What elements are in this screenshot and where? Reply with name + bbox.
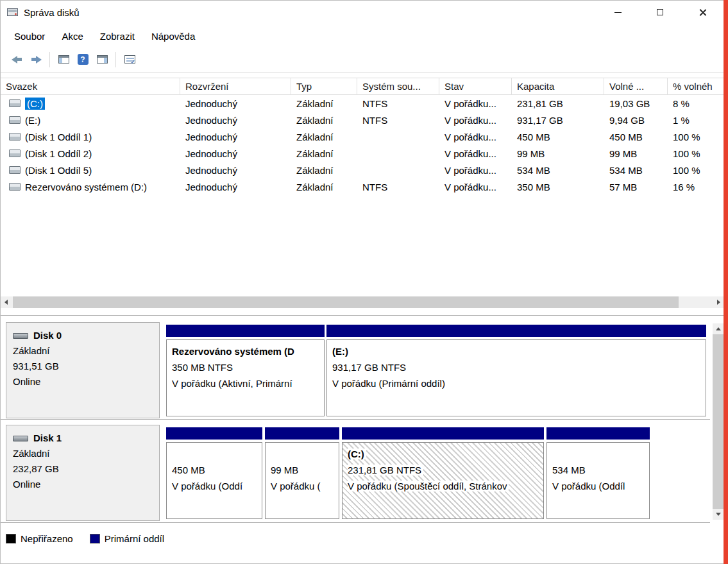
volume-cell: 534 MB bbox=[604, 165, 668, 176]
partition-status: V pořádku (Aktivní, Primární bbox=[172, 375, 324, 391]
minimize-button[interactable] bbox=[597, 1, 639, 24]
disk-status: Online bbox=[13, 477, 159, 492]
help-glyph bbox=[78, 54, 89, 65]
partition-rezervovano-systemem-d[interactable]: Rezervováno systémem (D350 MB NTFSV pořá… bbox=[166, 325, 325, 416]
scroll-down-arrow-icon[interactable] bbox=[713, 509, 724, 520]
volume-cell: Základní bbox=[291, 182, 357, 192]
partition-type-color-bar bbox=[166, 427, 262, 440]
volume-cell: 99 MB bbox=[512, 148, 604, 159]
scroll-right-arrow-icon[interactable] bbox=[713, 296, 724, 308]
window-title: Správa disků bbox=[24, 7, 80, 18]
volume-row-disk-1-oddil-2[interactable]: (Disk 1 Oddíl 2)JednoduchýZákladníV pořá… bbox=[1, 145, 724, 162]
volume-cell: 350 MB bbox=[512, 182, 604, 192]
column-header-kapacita[interactable]: Kapacita bbox=[512, 78, 604, 94]
column-header-rozvrzeni[interactable]: Rozvržení bbox=[180, 78, 291, 94]
show-console-tree-icon[interactable] bbox=[54, 51, 73, 68]
view-options-icon[interactable] bbox=[120, 51, 139, 68]
back-icon[interactable] bbox=[7, 51, 26, 68]
toolbar bbox=[1, 47, 724, 73]
partition-body: 99 MBV pořádku ( bbox=[265, 442, 339, 519]
partition-99-mb[interactable]: 99 MBV pořádku ( bbox=[265, 427, 339, 519]
vertical-scrollbar[interactable] bbox=[713, 323, 724, 520]
partition-status: V pořádku ( bbox=[271, 478, 339, 494]
volume-icon bbox=[9, 116, 21, 124]
partition-type-color-bar bbox=[265, 427, 339, 440]
disk-row-separator bbox=[1, 522, 710, 523]
partition-type-color-bar bbox=[166, 325, 325, 337]
scroll-up-arrow-icon[interactable] bbox=[713, 323, 724, 334]
vertical-scroll-thumb[interactable] bbox=[713, 334, 724, 509]
partition-450-mb[interactable]: 450 MBV pořádku (Oddí bbox=[166, 427, 262, 519]
horizontal-scroll-thumb[interactable] bbox=[13, 296, 679, 308]
back-arrow-glyph bbox=[12, 56, 22, 64]
scroll-left-arrow-icon[interactable] bbox=[1, 296, 12, 308]
volume-cell: 931,17 GB bbox=[512, 115, 604, 126]
disk-drive-icon bbox=[13, 436, 28, 441]
volume-cell: 57 MB bbox=[604, 182, 668, 192]
volume-name: (Disk 1 Oddíl 1) bbox=[25, 132, 92, 142]
disk-kind: Základní bbox=[13, 446, 159, 461]
column-header-volne[interactable]: Volné ... bbox=[604, 78, 668, 94]
partition-body: Rezervováno systémem (D350 MB NTFSV pořá… bbox=[166, 339, 325, 416]
forward-icon[interactable] bbox=[26, 51, 46, 68]
disk-info-disk-0[interactable]: Disk 0Základní931,51 GBOnline bbox=[6, 322, 160, 418]
partition-size-info: 534 MB bbox=[552, 462, 649, 478]
partition-size-info: 350 MB NTFS bbox=[172, 359, 324, 375]
volume-row-disk-1-oddil-1[interactable]: (Disk 1 Oddíl 1)JednoduchýZákladníV pořá… bbox=[1, 128, 724, 145]
legend-label: Nepřiřazeno bbox=[21, 533, 73, 544]
volume-name-cell: (Disk 1 Oddíl 2) bbox=[1, 148, 180, 159]
partition-size-info: 231,81 GB NTFS bbox=[348, 462, 543, 478]
toolbar-separator bbox=[115, 52, 116, 67]
column-header-volneh[interactable]: % volnéh bbox=[668, 78, 724, 94]
help-icon[interactable] bbox=[73, 51, 92, 68]
partition-534-mb[interactable]: 534 MBV pořádku (Oddíl bbox=[546, 427, 650, 519]
disk-status: Online bbox=[13, 374, 159, 389]
column-header-svazek[interactable]: Svazek bbox=[1, 78, 180, 94]
disk-info-disk-1[interactable]: Disk 1Základní232,87 GBOnline bbox=[6, 425, 160, 521]
volume-cell: Jednoduchý bbox=[180, 98, 291, 109]
partition-status: V pořádku (Oddí bbox=[172, 478, 262, 494]
disk-kind: Základní bbox=[13, 343, 159, 359]
volume-name-cell: (Disk 1 Oddíl 5) bbox=[1, 165, 180, 176]
disk-graphical-view: Disk 0Základní931,51 GBOnlineRezervováno… bbox=[1, 315, 724, 529]
volume-cell: 99 MB bbox=[604, 148, 668, 159]
volume-row-disk-1-oddil-5[interactable]: (Disk 1 Oddíl 5)JednoduchýZákladníV pořá… bbox=[1, 162, 724, 178]
volume-name: (C:) bbox=[25, 98, 45, 110]
partition-name bbox=[172, 446, 262, 462]
legend-primarni-oddil: Primární oddíl bbox=[90, 533, 164, 544]
partition-type-color-bar bbox=[546, 427, 650, 440]
volume-row-rezervovano-systemem-d[interactable]: Rezervováno systémem (D:)JednoduchýZákla… bbox=[1, 178, 724, 195]
column-header-typ[interactable]: Typ bbox=[291, 78, 357, 94]
column-header-system-sou[interactable]: Systém sou... bbox=[357, 78, 439, 94]
volume-row-e[interactable]: (E:)JednoduchýZákladníNTFSV pořádku...93… bbox=[1, 112, 724, 128]
volume-cell: NTFS bbox=[357, 182, 439, 192]
partition-status: V pořádku (Oddíl bbox=[552, 478, 649, 494]
volume-cell: 9,94 GB bbox=[604, 115, 668, 126]
show-action-pane-icon[interactable] bbox=[92, 51, 112, 68]
volume-icon bbox=[9, 133, 21, 141]
menu-napoveda[interactable]: Nápověda bbox=[143, 25, 203, 47]
partition-e[interactable]: (E:)931,17 GB NTFSV pořádku (Primární od… bbox=[326, 325, 706, 416]
close-button[interactable] bbox=[681, 1, 724, 24]
maximize-button[interactable] bbox=[639, 1, 681, 24]
volume-icon bbox=[9, 166, 21, 174]
volume-cell: 100 % bbox=[668, 165, 724, 176]
app-icon bbox=[7, 8, 19, 17]
volume-cell: Jednoduchý bbox=[180, 148, 291, 159]
column-header-stav[interactable]: Stav bbox=[439, 78, 512, 94]
titlebar[interactable]: Správa disků bbox=[1, 1, 724, 24]
volume-cell: V pořádku... bbox=[439, 182, 512, 192]
volume-row-c[interactable]: (C:)JednoduchýZákladníNTFSV pořádku...23… bbox=[1, 95, 724, 112]
horizontal-scrollbar[interactable] bbox=[1, 296, 724, 308]
volume-cell: Základní bbox=[291, 98, 357, 109]
volume-name: (Disk 1 Oddíl 5) bbox=[25, 165, 92, 176]
menu-zobrazit[interactable]: Zobrazit bbox=[92, 25, 143, 47]
partition-c[interactable]: (C:)231,81 GB NTFSV pořádku (Spouštěcí o… bbox=[342, 427, 544, 519]
menu-soubor[interactable]: Soubor bbox=[6, 25, 53, 47]
volume-list: SvazekRozvrženíTypSystém sou...StavKapac… bbox=[1, 78, 724, 195]
volume-cell: NTFS bbox=[357, 98, 439, 109]
background-window-strip bbox=[724, 0, 728, 564]
menu-akce[interactable]: Akce bbox=[53, 25, 91, 47]
partition-name: (C:) bbox=[348, 446, 543, 462]
view-options-glyph bbox=[124, 55, 135, 64]
